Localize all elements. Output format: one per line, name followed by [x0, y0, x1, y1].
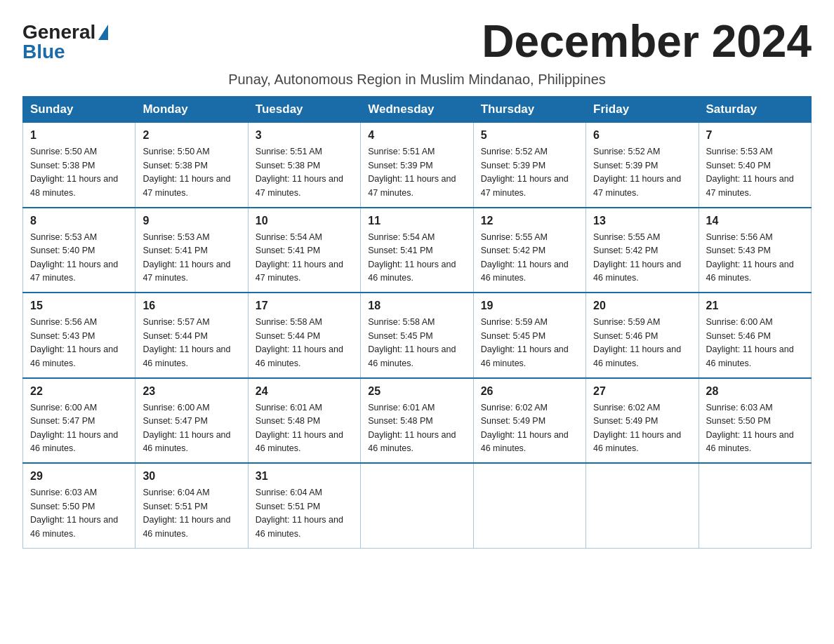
calendar-cell: 21 Sunrise: 6:00 AMSunset: 5:46 PMDaylig…: [699, 293, 811, 378]
day-info: Sunrise: 5:54 AMSunset: 5:41 PMDaylight:…: [256, 232, 343, 283]
day-number: 21: [706, 297, 804, 314]
calendar-cell: 9 Sunrise: 5:53 AMSunset: 5:41 PMDayligh…: [135, 208, 248, 293]
day-number: 3: [256, 127, 353, 144]
day-info: Sunrise: 5:55 AMSunset: 5:42 PMDaylight:…: [481, 232, 569, 283]
col-header-monday: Monday: [135, 97, 248, 123]
col-header-wednesday: Wednesday: [361, 97, 473, 123]
day-info: Sunrise: 6:03 AMSunset: 5:50 PMDaylight:…: [30, 488, 118, 538]
day-number: 15: [30, 297, 128, 314]
calendar-cell: 26 Sunrise: 6:02 AMSunset: 5:49 PMDaylig…: [473, 378, 585, 464]
calendar-cell: 12 Sunrise: 5:55 AMSunset: 5:42 PMDaylig…: [473, 208, 585, 293]
calendar-week-row: 15 Sunrise: 5:56 AMSunset: 5:43 PMDaylig…: [23, 293, 812, 378]
calendar-cell: 7 Sunrise: 5:53 AMSunset: 5:40 PMDayligh…: [699, 123, 811, 208]
day-info: Sunrise: 5:53 AMSunset: 5:40 PMDaylight:…: [706, 147, 794, 197]
day-number: 27: [593, 383, 691, 400]
calendar-cell: [361, 463, 473, 548]
calendar-cell: 16 Sunrise: 5:57 AMSunset: 5:44 PMDaylig…: [135, 293, 248, 378]
calendar-cell: 11 Sunrise: 5:54 AMSunset: 5:41 PMDaylig…: [361, 208, 473, 293]
calendar-cell: 8 Sunrise: 5:53 AMSunset: 5:40 PMDayligh…: [23, 208, 135, 293]
calendar-week-row: 1 Sunrise: 5:50 AMSunset: 5:38 PMDayligh…: [23, 123, 812, 208]
calendar-cell: 4 Sunrise: 5:51 AMSunset: 5:39 PMDayligh…: [361, 123, 473, 208]
col-header-sunday: Sunday: [23, 97, 135, 123]
day-info: Sunrise: 5:58 AMSunset: 5:45 PMDaylight:…: [368, 317, 456, 368]
day-info: Sunrise: 5:52 AMSunset: 5:39 PMDaylight:…: [481, 147, 569, 197]
day-number: 20: [593, 297, 691, 314]
calendar-cell: 13 Sunrise: 5:55 AMSunset: 5:42 PMDaylig…: [586, 208, 699, 293]
calendar-cell: 22 Sunrise: 6:00 AMSunset: 5:47 PMDaylig…: [23, 378, 135, 464]
day-number: 8: [30, 213, 128, 229]
day-info: Sunrise: 6:00 AMSunset: 5:47 PMDaylight:…: [143, 403, 230, 453]
day-info: Sunrise: 6:01 AMSunset: 5:48 PMDaylight:…: [256, 403, 343, 453]
month-title: December 2024: [108, 17, 812, 66]
day-number: 17: [256, 297, 353, 314]
day-info: Sunrise: 5:51 AMSunset: 5:38 PMDaylight:…: [256, 147, 343, 197]
day-info: Sunrise: 5:56 AMSunset: 5:43 PMDaylight:…: [30, 317, 118, 368]
day-number: 31: [256, 468, 353, 485]
day-info: Sunrise: 5:58 AMSunset: 5:44 PMDaylight:…: [256, 317, 343, 368]
day-number: 19: [481, 297, 578, 314]
calendar-week-row: 22 Sunrise: 6:00 AMSunset: 5:47 PMDaylig…: [23, 378, 812, 464]
calendar-cell: 1 Sunrise: 5:50 AMSunset: 5:38 PMDayligh…: [23, 123, 135, 208]
calendar-cell: 29 Sunrise: 6:03 AMSunset: 5:50 PMDaylig…: [23, 463, 135, 548]
calendar-header-row: SundayMondayTuesdayWednesdayThursdayFrid…: [23, 97, 812, 123]
day-number: 11: [368, 213, 465, 229]
day-number: 5: [481, 127, 578, 144]
day-number: 30: [143, 468, 240, 485]
calendar-cell: 2 Sunrise: 5:50 AMSunset: 5:38 PMDayligh…: [135, 123, 248, 208]
calendar-cell: [586, 463, 699, 548]
calendar-cell: 27 Sunrise: 6:02 AMSunset: 5:49 PMDaylig…: [586, 378, 699, 464]
day-info: Sunrise: 6:01 AMSunset: 5:48 PMDaylight:…: [368, 403, 456, 453]
day-info: Sunrise: 5:52 AMSunset: 5:39 PMDaylight:…: [593, 147, 681, 197]
day-info: Sunrise: 6:02 AMSunset: 5:49 PMDaylight:…: [481, 403, 569, 453]
calendar-cell: 3 Sunrise: 5:51 AMSunset: 5:38 PMDayligh…: [248, 123, 360, 208]
day-number: 23: [143, 383, 240, 400]
calendar-cell: [699, 463, 811, 548]
day-info: Sunrise: 5:50 AMSunset: 5:38 PMDaylight:…: [143, 147, 230, 197]
day-number: 13: [593, 213, 691, 229]
calendar-cell: 31 Sunrise: 6:04 AMSunset: 5:51 PMDaylig…: [248, 463, 360, 548]
day-number: 28: [706, 383, 804, 400]
day-number: 6: [593, 127, 691, 144]
day-number: 2: [143, 127, 240, 144]
calendar-cell: 19 Sunrise: 5:59 AMSunset: 5:45 PMDaylig…: [473, 293, 585, 378]
day-info: Sunrise: 6:02 AMSunset: 5:49 PMDaylight:…: [593, 403, 681, 453]
calendar-cell: 14 Sunrise: 5:56 AMSunset: 5:43 PMDaylig…: [699, 208, 811, 293]
day-info: Sunrise: 5:59 AMSunset: 5:45 PMDaylight:…: [481, 317, 569, 368]
day-number: 12: [481, 213, 578, 229]
day-number: 22: [30, 383, 128, 400]
day-info: Sunrise: 5:54 AMSunset: 5:41 PMDaylight:…: [368, 232, 456, 283]
day-info: Sunrise: 5:51 AMSunset: 5:39 PMDaylight:…: [368, 147, 456, 197]
day-number: 1: [30, 127, 128, 144]
day-number: 18: [368, 297, 465, 314]
day-info: Sunrise: 5:56 AMSunset: 5:43 PMDaylight:…: [706, 232, 794, 283]
calendar-cell: 5 Sunrise: 5:52 AMSunset: 5:39 PMDayligh…: [473, 123, 585, 208]
logo: General Blue: [22, 22, 108, 62]
day-number: 24: [256, 383, 353, 400]
logo-general-text: General: [22, 22, 95, 42]
day-number: 14: [706, 213, 804, 229]
calendar-week-row: 29 Sunrise: 6:03 AMSunset: 5:50 PMDaylig…: [23, 463, 812, 548]
calendar-cell: 28 Sunrise: 6:03 AMSunset: 5:50 PMDaylig…: [699, 378, 811, 464]
calendar-cell: 18 Sunrise: 5:58 AMSunset: 5:45 PMDaylig…: [361, 293, 473, 378]
logo-blue-text: Blue: [22, 42, 65, 62]
calendar-cell: 17 Sunrise: 5:58 AMSunset: 5:44 PMDaylig…: [248, 293, 360, 378]
day-number: 9: [143, 213, 240, 229]
subtitle: Punay, Autonomous Region in Muslim Minda…: [22, 72, 812, 88]
day-number: 10: [256, 213, 353, 229]
calendar-cell: 10 Sunrise: 5:54 AMSunset: 5:41 PMDaylig…: [248, 208, 360, 293]
day-info: Sunrise: 5:50 AMSunset: 5:38 PMDaylight:…: [30, 147, 118, 197]
col-header-saturday: Saturday: [699, 97, 811, 123]
day-info: Sunrise: 6:04 AMSunset: 5:51 PMDaylight:…: [143, 488, 230, 538]
day-info: Sunrise: 5:57 AMSunset: 5:44 PMDaylight:…: [143, 317, 230, 368]
col-header-friday: Friday: [586, 97, 699, 123]
calendar-cell: 30 Sunrise: 6:04 AMSunset: 5:51 PMDaylig…: [135, 463, 248, 548]
header: General Blue December 2024: [22, 17, 812, 66]
calendar-week-row: 8 Sunrise: 5:53 AMSunset: 5:40 PMDayligh…: [23, 208, 812, 293]
calendar-cell: 25 Sunrise: 6:01 AMSunset: 5:48 PMDaylig…: [361, 378, 473, 464]
day-number: 4: [368, 127, 465, 144]
day-info: Sunrise: 6:03 AMSunset: 5:50 PMDaylight:…: [706, 403, 794, 453]
calendar-cell: 6 Sunrise: 5:52 AMSunset: 5:39 PMDayligh…: [586, 123, 699, 208]
col-header-tuesday: Tuesday: [248, 97, 360, 123]
calendar-cell: 23 Sunrise: 6:00 AMSunset: 5:47 PMDaylig…: [135, 378, 248, 464]
day-info: Sunrise: 5:55 AMSunset: 5:42 PMDaylight:…: [593, 232, 681, 283]
